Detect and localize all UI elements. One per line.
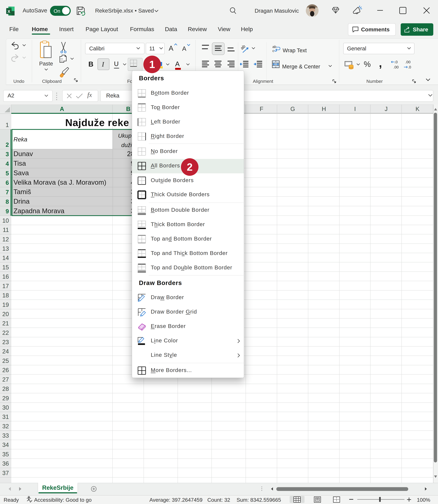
- svg-text:c: c: [273, 49, 274, 53]
- svg-text:.0: .0: [408, 65, 411, 69]
- svg-text:.0: .0: [394, 60, 398, 64]
- svg-text:.00: .00: [394, 65, 399, 69]
- svg-text:ab: ab: [273, 45, 276, 49]
- svg-text:.00: .00: [405, 60, 411, 64]
- svg-text:X: X: [8, 9, 10, 14]
